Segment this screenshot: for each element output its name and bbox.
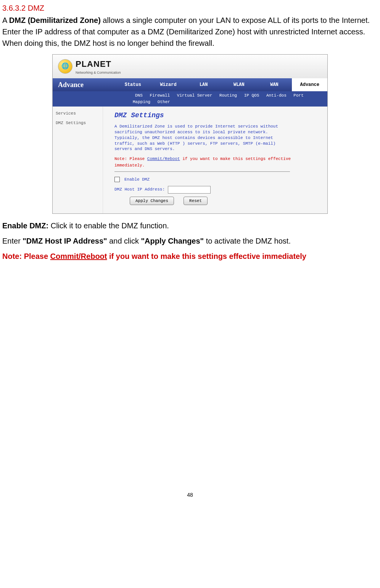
enable-dmz-label: Enable DMZ (124, 176, 150, 183)
brand-sub: Networking & Communication (76, 70, 121, 76)
note-c: if you want to make this settings effect… (107, 252, 306, 260)
logo-text: PLANET Networking & Communication (76, 58, 121, 76)
panel-note-prefix: Note: Please (114, 157, 147, 161)
sidebar-dmz-settings[interactable]: DMZ Settings (56, 120, 100, 126)
panel-note-link[interactable]: Commit/Reboot (147, 157, 180, 161)
panel-title: DMZ Settings (114, 110, 316, 121)
nav-lan[interactable]: LAN (186, 81, 221, 88)
apply-instruction: Enter "DMZ Host IP Address" and click "A… (2, 235, 378, 247)
apply-e: to activate the DMZ host. (204, 237, 291, 245)
subnav-firewall[interactable]: Firewall (150, 93, 170, 98)
divider (114, 171, 290, 172)
button-row: Apply Changes Reset (114, 197, 316, 205)
panel-note: Note: Please Commit/Reboot if you want t… (114, 156, 316, 168)
panel-body: Services DMZ Settings DMZ Settings A Dem… (53, 107, 327, 213)
brand-name: PLANET (76, 58, 121, 70)
apply-b: "DMZ Host IP Address" (23, 237, 107, 245)
subnav-dns[interactable]: DNS (135, 93, 143, 98)
intro-paragraph: A DMZ (Demilitarized Zone) allows a sing… (2, 15, 378, 49)
intro-bold: DMZ (Demilitarized Zone) (9, 16, 101, 24)
section-heading: 3.6.3.2 DMZ (2, 2, 378, 14)
apply-changes-button[interactable]: Apply Changes (130, 197, 174, 205)
nav-wlan[interactable]: WLAN (221, 81, 257, 88)
nav-status[interactable]: Status (115, 81, 151, 88)
page-number: 48 (2, 491, 378, 499)
main-nav: Advance Status Wizard LAN WLAN WAN Advan… (53, 78, 327, 91)
planet-logo-icon: 🌐 (58, 59, 72, 74)
main-panel: DMZ Settings A Demilitarized Zone is use… (103, 107, 327, 213)
panel-description: A Demilitarized Zone is used to provide … (114, 124, 282, 152)
subnav-virtual-server[interactable]: Virtual Server (177, 93, 212, 98)
enable-dmz-bold: Enable DMZ: (2, 221, 48, 230)
sidebar: Services DMZ Settings (53, 107, 103, 213)
enable-dmz-row: Enable DMZ (114, 176, 316, 183)
section-title: DMZ (28, 4, 44, 12)
sidebar-services[interactable]: Services (56, 110, 100, 117)
apply-c: and click (107, 237, 141, 245)
subnav-antidos[interactable]: Anti-dos (266, 93, 287, 98)
note-b: Commit/Reboot (50, 252, 107, 260)
enable-dmz-instruction: Enable DMZ: Click it to enable the DMZ f… (2, 220, 378, 231)
host-ip-input[interactable] (168, 186, 211, 194)
apply-a: Enter (2, 237, 23, 245)
nav-wan[interactable]: WAN (257, 81, 292, 88)
enable-dmz-checkbox[interactable] (114, 177, 120, 182)
intro-prefix: A (2, 16, 9, 24)
reset-button[interactable]: Reset (184, 197, 208, 205)
commit-reboot-note: Note: Please Commit/Reboot if you want t… (2, 250, 378, 262)
sub-nav: DNS Firewall Virtual Server Routing IP Q… (53, 91, 327, 107)
nav-wizard[interactable]: Wizard (151, 81, 186, 88)
host-ip-row: DMZ Host IP Address: (114, 186, 316, 194)
subnav-other[interactable]: Other (158, 100, 170, 104)
subnav-ipqos[interactable]: IP QOS (244, 93, 259, 98)
nav-section-title: Advance (53, 80, 115, 90)
logo-bar: 🌐 PLANET Networking & Communication (53, 55, 327, 78)
section-number: 3.6.3.2 (2, 4, 26, 12)
subnav-routing[interactable]: Routing (219, 93, 237, 98)
embedded-screenshot: 🌐 PLANET Networking & Communication Adva… (52, 54, 328, 214)
host-ip-label: DMZ Host IP Address: (114, 186, 165, 193)
enable-dmz-rest: Click it to enable the DMZ function. (48, 221, 169, 230)
apply-d: "Apply Changes" (141, 237, 204, 245)
nav-advance[interactable]: Advance (292, 78, 327, 91)
note-a: Note: Please (2, 252, 50, 260)
